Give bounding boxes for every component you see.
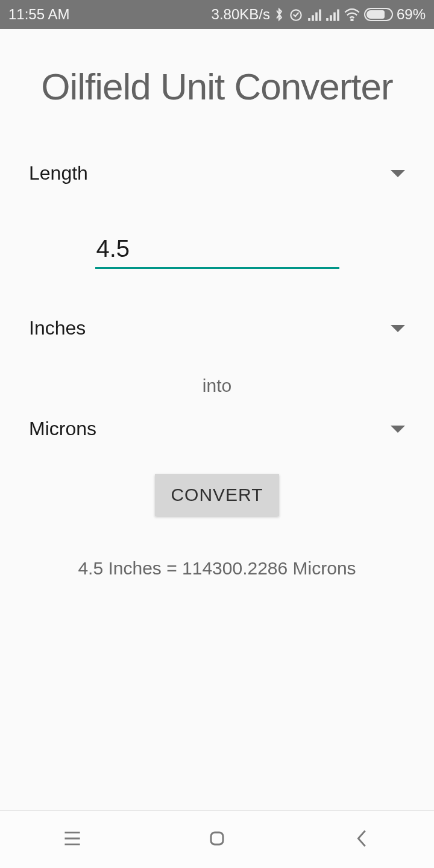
battery-icon [364, 8, 393, 21]
chevron-down-icon [391, 325, 405, 332]
chevron-left-icon [354, 828, 369, 851]
to-unit-label: Microns [29, 418, 96, 440]
value-input-wrap [95, 233, 339, 269]
wifi-icon [344, 8, 360, 21]
convert-wrap: CONVERT [29, 474, 405, 516]
chevron-down-icon [391, 170, 405, 177]
svg-rect-2 [211, 832, 223, 844]
result-text: 4.5 Inches = 114300.2286 Microns [29, 558, 405, 579]
into-label: into [29, 376, 405, 396]
status-net-speed: 3.80KB/s [212, 6, 270, 23]
signal-icon-2 [326, 8, 340, 21]
svg-point-1 [351, 19, 353, 21]
square-icon [208, 829, 226, 850]
alarm-icon [288, 7, 304, 22]
category-dropdown[interactable]: Length [29, 162, 405, 184]
from-unit-dropdown[interactable]: Inches [29, 317, 405, 339]
nav-recent-button[interactable] [36, 830, 108, 849]
page-title: Oilfield Unit Converter [29, 65, 405, 108]
app-content: Oilfield Unit Converter Length Inches in… [0, 29, 434, 810]
to-unit-dropdown[interactable]: Microns [29, 418, 405, 440]
status-bar: 11:55 AM 3.80KB/s 69% [0, 0, 434, 29]
status-time: 11:55 AM [8, 6, 69, 23]
convert-button[interactable]: CONVERT [155, 474, 278, 516]
nav-home-button[interactable] [181, 829, 253, 850]
menu-icon [62, 830, 83, 849]
value-input[interactable] [95, 233, 339, 269]
category-label: Length [29, 162, 88, 184]
bluetooth-icon [274, 7, 285, 22]
from-unit-label: Inches [29, 317, 86, 339]
chevron-down-icon [391, 426, 405, 433]
signal-icon [307, 8, 322, 21]
nav-bar [0, 810, 434, 868]
status-battery-pct: 69% [397, 6, 426, 23]
status-right: 3.80KB/s 69% [212, 6, 426, 23]
nav-back-button[interactable] [326, 828, 398, 851]
